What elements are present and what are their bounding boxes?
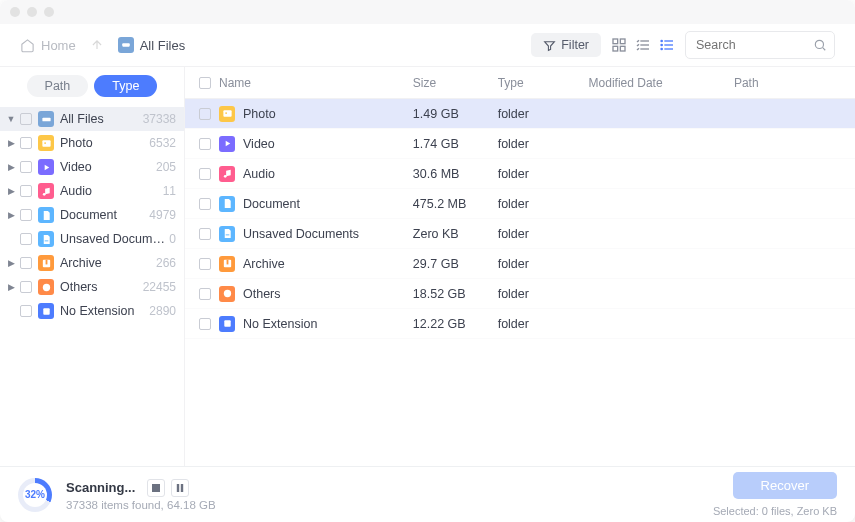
disclosure-triangle-icon[interactable]: ▶ <box>4 282 18 292</box>
row-checkbox[interactable] <box>199 228 211 240</box>
row-size: 12.22 GB <box>413 317 498 331</box>
row-name: No Extension <box>243 317 317 331</box>
row-checkbox[interactable] <box>199 258 211 270</box>
sidebar-item[interactable]: ▶ Document 4979 <box>0 203 184 227</box>
tree-checkbox[interactable] <box>20 137 32 149</box>
svg-point-12 <box>661 44 662 45</box>
column-size[interactable]: Size <box>413 76 498 90</box>
column-path[interactable]: Path <box>734 76 843 90</box>
disclosure-triangle-icon[interactable]: ▶ <box>4 210 18 220</box>
search-field <box>685 31 835 59</box>
tree-item-label: Others <box>60 280 139 294</box>
stop-scan-button[interactable] <box>147 479 165 497</box>
filter-button[interactable]: Filter <box>531 33 601 57</box>
svg-point-13 <box>661 48 662 49</box>
row-size: 1.74 GB <box>413 137 498 151</box>
sidebar-item[interactable]: ▶ Video 205 <box>0 155 184 179</box>
list-view-button[interactable] <box>659 37 675 53</box>
recover-button[interactable]: Recover <box>733 472 837 499</box>
tab-type[interactable]: Type <box>94 75 157 97</box>
home-button[interactable]: Home <box>20 38 76 53</box>
table-row[interactable]: Photo 1.49 GB folder <box>185 99 855 129</box>
tree-checkbox[interactable] <box>20 113 32 125</box>
svg-point-18 <box>44 142 46 144</box>
svg-text:?: ? <box>225 320 229 327</box>
tree-checkbox[interactable] <box>20 281 32 293</box>
row-type: folder <box>498 287 589 301</box>
column-modified[interactable]: Modified Date <box>589 76 734 90</box>
breadcrumb[interactable]: All Files <box>118 37 186 53</box>
pause-scan-button[interactable] <box>171 479 189 497</box>
disclosure-triangle-icon[interactable]: ▶ <box>4 258 18 268</box>
column-name[interactable]: Name <box>219 76 413 90</box>
sidebar-item[interactable]: ▶ Audio 11 <box>0 179 184 203</box>
sidebar-item[interactable]: ▶ Photo 6532 <box>0 131 184 155</box>
zoom-window-button[interactable] <box>44 7 54 17</box>
row-checkbox[interactable] <box>199 318 211 330</box>
disclosure-triangle-icon[interactable]: ▶ <box>4 162 18 172</box>
close-window-button[interactable] <box>10 7 20 17</box>
noext-icon: ? <box>219 316 235 332</box>
list-icon <box>659 37 675 53</box>
table-row[interactable]: Archive 29.7 GB folder <box>185 249 855 279</box>
selection-summary: Selected: 0 files, Zero KB <box>713 505 837 517</box>
row-checkbox[interactable] <box>199 168 211 180</box>
svg-text:?: ? <box>44 307 48 314</box>
row-name: Unsaved Documents <box>243 227 359 241</box>
table-row[interactable]: ? No Extension 12.22 GB folder <box>185 309 855 339</box>
tree-checkbox[interactable] <box>20 233 32 245</box>
tree-checkbox[interactable] <box>20 257 32 269</box>
row-type: folder <box>498 107 589 121</box>
table-row[interactable]: Unsaved Documents Zero KB folder <box>185 219 855 249</box>
disclosure-triangle-icon[interactable]: ▶ <box>4 186 18 196</box>
view-mode-buttons <box>611 37 675 53</box>
table-row[interactable]: Audio 30.6 MB folder <box>185 159 855 189</box>
svg-point-20 <box>42 192 45 195</box>
minimize-window-button[interactable] <box>27 7 37 17</box>
row-checkbox[interactable] <box>199 108 211 120</box>
column-type[interactable]: Type <box>498 76 589 90</box>
grid-view-button[interactable] <box>611 37 627 53</box>
svg-rect-27 <box>223 110 231 116</box>
tree-checkbox[interactable] <box>20 209 32 221</box>
tree-checkbox[interactable] <box>20 305 32 317</box>
tree-checkbox[interactable] <box>20 161 32 173</box>
sidebar-item[interactable]: ▶ Archive 266 <box>0 251 184 275</box>
detail-view-button[interactable] <box>635 37 651 53</box>
video-icon <box>38 159 54 175</box>
filter-label: Filter <box>561 38 589 52</box>
tab-path[interactable]: Path <box>27 75 89 97</box>
row-size: 18.52 GB <box>413 287 498 301</box>
svg-point-34 <box>223 290 230 297</box>
row-checkbox[interactable] <box>199 198 211 210</box>
disclosure-triangle-icon[interactable]: ▶ <box>4 138 18 148</box>
row-checkbox[interactable] <box>199 288 211 300</box>
row-checkbox[interactable] <box>199 138 211 150</box>
window-titlebar <box>0 0 855 24</box>
disclosure-triangle-icon[interactable]: ▼ <box>4 114 18 124</box>
sidebar-item[interactable]: ? No Extension 2890 <box>0 299 184 323</box>
up-button[interactable] <box>90 38 104 52</box>
archive-icon <box>38 255 54 271</box>
table-row[interactable]: Video 1.74 GB folder <box>185 129 855 159</box>
svg-point-24 <box>42 283 49 290</box>
others-icon <box>219 286 235 302</box>
row-name: Video <box>243 137 275 151</box>
disk-icon <box>38 111 54 127</box>
sidebar-item[interactable]: ▼ All Files 37338 <box>0 107 184 131</box>
table-header: Name Size Type Modified Date Path <box>185 67 855 99</box>
tree-item-count: 6532 <box>149 136 176 150</box>
table-row[interactable]: Document 475.2 MB folder <box>185 189 855 219</box>
search-icon <box>813 38 827 52</box>
row-name: Document <box>243 197 300 211</box>
audio-icon <box>38 183 54 199</box>
row-size: 30.6 MB <box>413 167 498 181</box>
sidebar-item[interactable]: ▶ Others 22455 <box>0 275 184 299</box>
row-type: folder <box>498 257 589 271</box>
tree-checkbox[interactable] <box>20 185 32 197</box>
svg-rect-31 <box>225 234 229 235</box>
select-all-checkbox[interactable] <box>199 77 211 89</box>
scan-subtitle: 37338 items found, 64.18 GB <box>66 499 216 511</box>
table-row[interactable]: Others 18.52 GB folder <box>185 279 855 309</box>
sidebar-item[interactable]: Unsaved Docume... 0 <box>0 227 184 251</box>
